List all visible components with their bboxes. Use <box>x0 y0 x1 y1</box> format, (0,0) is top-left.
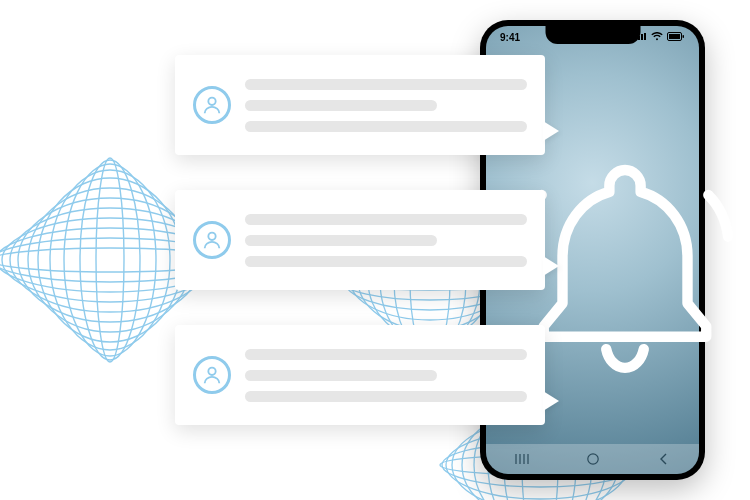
user-icon <box>201 94 223 116</box>
battery-icon <box>667 32 685 43</box>
svg-point-9 <box>64 164 156 356</box>
avatar <box>193 356 231 394</box>
wifi-icon <box>651 32 663 43</box>
user-icon <box>201 364 223 386</box>
avatar <box>193 86 231 124</box>
placeholder-line <box>245 100 437 111</box>
nav-home-icon[interactable] <box>584 450 602 468</box>
svg-point-11 <box>96 158 124 362</box>
svg-point-8 <box>50 170 170 350</box>
user-icon <box>201 229 223 251</box>
svg-point-33 <box>587 454 597 464</box>
notification-card[interactable] <box>175 190 545 290</box>
placeholder-line <box>245 235 437 246</box>
android-navbar <box>486 444 699 474</box>
svg-point-35 <box>208 233 215 240</box>
svg-point-10 <box>80 160 140 360</box>
nav-back-icon[interactable] <box>655 450 673 468</box>
placeholder-line <box>245 391 527 402</box>
avatar <box>193 221 231 259</box>
status-time: 9:41 <box>500 32 520 43</box>
svg-rect-31 <box>669 34 680 39</box>
svg-rect-32 <box>683 35 685 38</box>
notification-card[interactable] <box>175 55 545 155</box>
phone-notch <box>545 26 640 44</box>
placeholder-line <box>245 349 527 360</box>
placeholder-line <box>245 370 437 381</box>
svg-point-34 <box>208 98 215 105</box>
svg-point-6 <box>28 188 192 332</box>
placeholder-line <box>245 79 527 90</box>
svg-point-7 <box>38 178 182 342</box>
placeholder-line <box>245 121 527 132</box>
card-body <box>245 349 527 402</box>
card-body <box>245 214 527 267</box>
illustration-stage: 9:41 <box>0 0 750 500</box>
status-right <box>635 32 685 43</box>
placeholder-line <box>245 214 527 225</box>
svg-point-36 <box>208 368 215 375</box>
placeholder-line <box>245 256 527 267</box>
nav-recent-icon[interactable] <box>513 450 531 468</box>
notification-card[interactable] <box>175 325 545 425</box>
card-body <box>245 79 527 132</box>
